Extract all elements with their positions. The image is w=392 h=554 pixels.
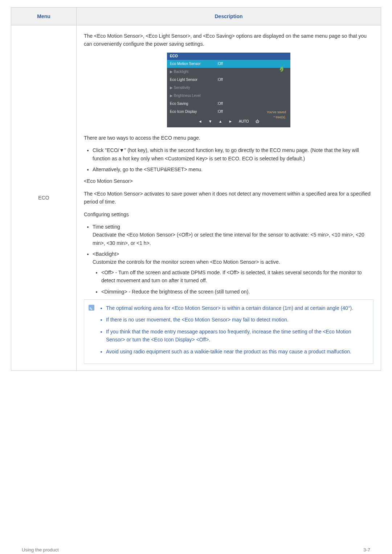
osd-screenshot: ECO Eco Motion Sensor:Off▶ BacklightEco … (84, 53, 373, 127)
list-item: If you think that the mode entry message… (106, 328, 368, 344)
time-setting-body: Deactivate the <Eco Motion Sensor> (<Off… (93, 232, 364, 246)
nav-auto: AUTO (239, 119, 249, 124)
note-box: The optimal working area for <Eco Motion… (84, 299, 373, 364)
osd-row: ▶ Brightness Level (167, 92, 290, 100)
nav-left-icon: ◄ (198, 119, 202, 124)
note-list: The optimal working area for <Eco Motion… (89, 304, 368, 356)
list-item: <Off> - Turn off the screen and activate… (101, 268, 373, 285)
list-item: Avoid using radio equipment such as a wa… (106, 348, 368, 356)
osd-row-value: :Off (217, 61, 235, 67)
time-setting-head: Time setting (93, 224, 120, 230)
nav-up-icon: ▲ (219, 119, 222, 124)
list-item: Time setting Deactivate the <Eco Motion … (93, 223, 373, 247)
config-list: Time setting Deactivate the <Eco Motion … (84, 223, 373, 296)
config-title: Configuring settings (84, 210, 373, 218)
osd-row-label: Eco Motion Sensor (170, 61, 217, 67)
badge-l2: * tree(s). (273, 115, 286, 119)
backlight-body: Customize the controls for the monitor s… (93, 259, 280, 265)
header-description: Description (77, 8, 381, 25)
backlight-head: <Backlight> (93, 251, 119, 257)
list-item: If there is no user movement, the <Eco M… (106, 316, 368, 324)
badge-l1: You've saved (267, 110, 286, 114)
osd-row-label: Eco Light Sensor (170, 77, 217, 83)
header-menu: Menu (11, 8, 77, 25)
osd-row-label: Eco Icon Display (170, 109, 217, 115)
osd-row: ▶ Backlight (167, 68, 290, 76)
osd-row-label: Eco Saving (170, 101, 217, 107)
osd-row-value: :Off (217, 101, 235, 107)
access-list: Click "ECO/▼" (hot key), which is the se… (84, 146, 373, 173)
row-label: ECO (11, 25, 77, 371)
nav-down-icon: ▼ (208, 119, 212, 124)
osd-row-label: ▶ Backlight (170, 69, 217, 75)
osd-tree-badge: You've saved * tree(s). (267, 110, 286, 120)
backlight-sublist: <Off> - Turn off the screen and activate… (93, 268, 373, 296)
list-item: <Backlight> Customize the controls for t… (93, 250, 373, 296)
list-item: <Dimming> - Reduce the brightness of the… (101, 288, 373, 296)
section1-body: The <Eco Motion Sensor> activates to sav… (84, 190, 373, 206)
osd-row: Eco Light Sensor:Off (167, 76, 290, 84)
osd-row: Eco Motion Sensor:Off (167, 60, 290, 68)
osd-title: ECO (167, 53, 290, 60)
osd-row-value: :Off (217, 109, 235, 115)
footer-right: 3-7 (363, 547, 370, 553)
list-item: Alternatively, go to the <SETUP&RESET> m… (93, 165, 373, 173)
list-item: Click "ECO/▼" (hot key), which is the se… (93, 146, 373, 163)
footer-left: Using the product (22, 547, 59, 553)
note-icon (89, 305, 94, 311)
nav-right-icon: ► (229, 119, 232, 124)
eco-table: Menu Description ECO The <Eco Motion Sen… (11, 7, 381, 371)
osd-row: Eco Saving:Off (167, 100, 290, 108)
page-footer: Using the product 3-7 (22, 547, 370, 553)
osd-row-label: ▶ Brightness Level (170, 93, 217, 99)
description-cell: The <Eco Motion Sensor>, <Eco Light Sens… (77, 25, 381, 371)
intro-text: The <Eco Motion Sensor>, <Eco Light Sens… (84, 32, 373, 48)
osd-row: ▶ Sensitivity (167, 84, 290, 92)
nav-power-icon: ⏻ (256, 119, 259, 124)
osd-row-label: ▶ Sensitivity (170, 85, 217, 91)
osd-row-value: :Off (217, 77, 235, 83)
osd-panel: ECO Eco Motion Sensor:Off▶ BacklightEco … (167, 53, 290, 127)
list-item: The optimal working area for <Eco Motion… (106, 304, 368, 312)
access-intro: There are two ways to access the ECO men… (84, 134, 373, 142)
leaf-icon (278, 66, 286, 74)
section1-title: <Eco Motion Sensor> (84, 177, 373, 185)
